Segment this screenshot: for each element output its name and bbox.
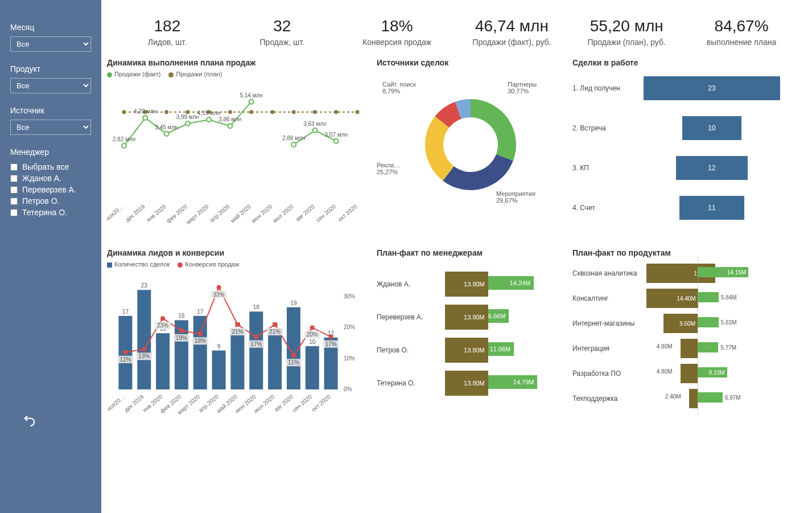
chart-plan-dynamics: Динамика выполнения плана продаж Продажи… bbox=[107, 58, 369, 240]
svg-point-0 bbox=[122, 110, 126, 114]
pf-plan-bar bbox=[681, 339, 698, 358]
filter-month-select[interactable]: Все bbox=[10, 36, 91, 52]
svg-text:3,45 млн: 3,45 млн bbox=[155, 124, 178, 130]
manager-checkbox-item[interactable]: Выбрать все bbox=[10, 161, 91, 173]
svg-text:3,99 млн: 3,99 млн bbox=[176, 114, 199, 120]
svg-point-30 bbox=[334, 139, 339, 143]
pf-fact-bar: 14.79M bbox=[488, 375, 538, 389]
filter-product-label: Продукт bbox=[10, 64, 91, 73]
svg-text:13%: 13% bbox=[138, 353, 150, 359]
svg-rect-54 bbox=[212, 351, 226, 389]
manager-checkbox-item[interactable]: Жданов А. bbox=[10, 173, 91, 184]
kpi-label: Лидов, шт. bbox=[113, 38, 222, 47]
panel-title: План-факт по продуктам bbox=[572, 248, 789, 257]
svg-text:авг 2020: авг 2020 bbox=[273, 393, 295, 413]
svg-text:18%: 18% bbox=[195, 338, 206, 344]
funnel-stage-label: 2. Встреча bbox=[572, 124, 635, 132]
svg-text:5,14 млн: 5,14 млн bbox=[240, 92, 262, 99]
svg-point-80 bbox=[198, 331, 203, 336]
filter-product-select[interactable]: Все bbox=[10, 78, 91, 93]
svg-text:март 2020: март 2020 bbox=[185, 203, 210, 225]
svg-point-68 bbox=[123, 350, 127, 355]
pie-slice-label: Мероприятия29,67% bbox=[496, 190, 535, 204]
pf-product-row: Консалтинг14.40M5.84M bbox=[572, 286, 789, 311]
filter-source-select[interactable]: Все bbox=[10, 120, 91, 135]
checkbox[interactable] bbox=[10, 175, 18, 182]
chart-sources: Источники сделок Партнеры30,77%Мероприят… bbox=[377, 58, 564, 240]
chart-funnel: Сделки в работе 1. Лид получен232. Встре… bbox=[572, 58, 789, 240]
svg-text:окт 2020: окт 2020 bbox=[310, 393, 332, 413]
svg-text:30%: 30% bbox=[344, 293, 355, 299]
kpi-value: 182 bbox=[113, 17, 222, 35]
panel-title: Сделки в работе bbox=[572, 58, 789, 67]
svg-point-101 bbox=[329, 335, 333, 339]
pf-plan-bar: 13.80M bbox=[445, 338, 488, 363]
pf-fact-bar bbox=[698, 342, 718, 352]
manager-checkbox-item[interactable]: Переверзев А. bbox=[10, 184, 91, 195]
svg-text:21%: 21% bbox=[269, 329, 281, 335]
filter-product: Продукт Все bbox=[10, 64, 91, 93]
svg-text:33%: 33% bbox=[213, 292, 225, 298]
kpi-row: 182Лидов, шт.32Продаж, шт.18%Конверсия п… bbox=[107, 0, 802, 58]
panel-title: Динамика выполнения плана продаж bbox=[107, 58, 369, 67]
panel-title: План-факт по менеджерам bbox=[377, 248, 564, 257]
panel-title: Источники сделок bbox=[377, 58, 564, 67]
svg-text:май 2020: май 2020 bbox=[229, 203, 252, 224]
svg-point-86 bbox=[235, 322, 240, 327]
svg-point-18 bbox=[186, 121, 190, 126]
back-button[interactable] bbox=[23, 413, 38, 428]
svg-point-24 bbox=[249, 100, 254, 104]
svg-text:20%: 20% bbox=[344, 324, 355, 330]
pie-slice-label: Партнеры30,77% bbox=[508, 81, 537, 95]
svg-point-92 bbox=[273, 322, 277, 327]
filter-source: Источник Все bbox=[10, 106, 91, 135]
svg-point-10 bbox=[334, 110, 338, 114]
checkbox[interactable] bbox=[10, 209, 18, 216]
svg-rect-48 bbox=[156, 333, 170, 389]
checkbox[interactable] bbox=[10, 163, 18, 171]
funnel-row: 1. Лид получен23 bbox=[572, 76, 789, 100]
pf-fact-bar: 8.18M bbox=[698, 367, 727, 377]
svg-rect-58 bbox=[249, 311, 263, 389]
kpi-card: 55,20 млнПродажи (план), руб. bbox=[572, 17, 681, 47]
checkbox-label: Тетерина О. bbox=[22, 208, 67, 217]
svg-text:17%: 17% bbox=[325, 341, 337, 347]
pf-product-label: Разработка ПО bbox=[572, 370, 646, 377]
pf-manager-label: Тетерина О. bbox=[377, 379, 445, 387]
funnel-stage-label: 1. Лид получен bbox=[572, 84, 635, 92]
svg-text:сен 2020: сен 2020 bbox=[291, 393, 313, 413]
kpi-value: 55,20 млн bbox=[572, 17, 681, 35]
funnel-bar: 11 bbox=[679, 196, 745, 220]
svg-point-20 bbox=[207, 117, 211, 122]
svg-text:2,82 млн: 2,82 млн bbox=[113, 136, 135, 142]
checkbox-label: Выбрать все bbox=[22, 162, 69, 171]
filter-month-label: Месяц bbox=[10, 23, 91, 32]
svg-point-89 bbox=[254, 335, 258, 339]
svg-text:23%: 23% bbox=[157, 322, 168, 329]
manager-checkbox-item[interactable]: Тетерина О. bbox=[10, 207, 91, 218]
kpi-card: 46,74 млнПродажи (факт), руб. bbox=[457, 17, 566, 47]
svg-point-98 bbox=[310, 325, 315, 330]
kpi-label: Продажи (план), руб. bbox=[572, 38, 681, 47]
svg-text:апр 2020: апр 2020 bbox=[209, 203, 231, 223]
svg-text:16: 16 bbox=[178, 313, 185, 319]
checkbox[interactable] bbox=[10, 186, 18, 194]
pf-product-label: Интернет-магазины bbox=[572, 319, 646, 327]
checkbox[interactable] bbox=[10, 198, 18, 205]
svg-point-26 bbox=[291, 142, 296, 147]
svg-point-6 bbox=[249, 110, 253, 114]
svg-point-71 bbox=[142, 347, 146, 351]
kpi-card: 84,67%выполнение плана bbox=[687, 17, 796, 47]
sidebar: Месяц Все Продукт Все Источник Все Менед… bbox=[0, 0, 101, 513]
pf-product-label: Консалтинг bbox=[572, 294, 646, 302]
pf-product-row: Сквозная аналитика19.20M14.15M bbox=[572, 261, 789, 286]
undo-icon bbox=[23, 413, 38, 428]
pf-product-label: Сквозная аналитика bbox=[572, 269, 646, 277]
manager-checkbox-item[interactable]: Петров О. bbox=[10, 195, 91, 207]
pf-plan-bar bbox=[689, 389, 698, 408]
svg-point-2 bbox=[164, 110, 168, 114]
pf-fact-bar bbox=[698, 292, 719, 302]
pf-fact-bar: 14.24M bbox=[488, 276, 534, 290]
kpi-value: 32 bbox=[228, 17, 337, 35]
pie-slice-label: Сайт. поиск8,79% bbox=[382, 81, 416, 95]
